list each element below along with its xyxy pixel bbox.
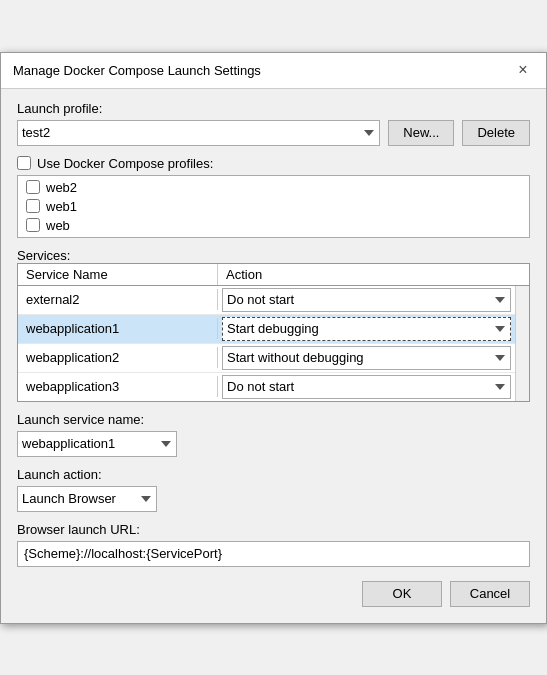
services-table: Service Name Action external2 Do not sta… bbox=[17, 263, 530, 402]
table-row: webapplication3 Do not start Start debug… bbox=[18, 373, 515, 401]
services-col-name: Service Name bbox=[18, 264, 218, 285]
browser-url-label: Browser launch URL: bbox=[17, 522, 530, 537]
ok-button[interactable]: OK bbox=[362, 581, 442, 607]
services-header: Service Name Action bbox=[18, 264, 529, 286]
use-docker-profiles-checkbox[interactable] bbox=[17, 156, 31, 170]
profile-web-label: web bbox=[46, 218, 70, 233]
service-name-webapplication3: webapplication3 bbox=[18, 376, 218, 397]
browser-url-section: Browser launch URL: bbox=[17, 522, 530, 567]
delete-button[interactable]: Delete bbox=[462, 120, 530, 146]
service-action-webapplication3: Do not start Start debugging Start witho… bbox=[218, 373, 515, 401]
table-row: external2 Do not start Start debugging S… bbox=[18, 286, 515, 315]
profile-item-web: web bbox=[26, 218, 521, 233]
service-action-select-webapplication1[interactable]: Do not start Start debugging Start witho… bbox=[222, 317, 511, 341]
new-button[interactable]: New... bbox=[388, 120, 454, 146]
profile-web1-checkbox[interactable] bbox=[26, 199, 40, 213]
launch-service-label: Launch service name: bbox=[17, 412, 530, 427]
launch-action-label: Launch action: bbox=[17, 467, 530, 482]
use-docker-profiles-row: Use Docker Compose profiles: bbox=[17, 156, 530, 171]
service-action-webapplication2: Do not start Start debugging Start witho… bbox=[218, 344, 515, 372]
profile-web-checkbox[interactable] bbox=[26, 218, 40, 232]
manage-docker-compose-dialog: Manage Docker Compose Launch Settings × … bbox=[0, 52, 547, 624]
service-action-select-webapplication2[interactable]: Do not start Start debugging Start witho… bbox=[222, 346, 511, 370]
docker-compose-profiles-section: Use Docker Compose profiles: web2 web1 w… bbox=[17, 156, 530, 238]
launch-action-select[interactable]: Launch Browser bbox=[17, 486, 157, 512]
services-body: external2 Do not start Start debugging S… bbox=[18, 286, 515, 401]
services-section: Services: Service Name Action external2 … bbox=[17, 248, 530, 402]
service-action-select-external2[interactable]: Do not start Start debugging Start witho… bbox=[222, 288, 511, 312]
services-col-action: Action bbox=[218, 264, 529, 285]
services-label: Services: bbox=[17, 248, 70, 263]
launch-profile-select[interactable]: test2 bbox=[17, 120, 380, 146]
services-body-wrapper: external2 Do not start Start debugging S… bbox=[18, 286, 529, 401]
launch-profile-label: Launch profile: bbox=[17, 101, 530, 116]
close-button[interactable]: × bbox=[512, 59, 534, 81]
service-action-select-webapplication3[interactable]: Do not start Start debugging Start witho… bbox=[222, 375, 511, 399]
profile-web1-label: web1 bbox=[46, 199, 77, 214]
table-row: webapplication1 Do not start Start debug… bbox=[18, 315, 515, 344]
title-bar: Manage Docker Compose Launch Settings × bbox=[1, 53, 546, 89]
launch-profile-row: test2 New... Delete bbox=[17, 120, 530, 146]
launch-service-select[interactable]: webapplication1 bbox=[17, 431, 177, 457]
table-row: webapplication2 Do not start Start debug… bbox=[18, 344, 515, 373]
cancel-button[interactable]: Cancel bbox=[450, 581, 530, 607]
use-docker-profiles-label: Use Docker Compose profiles: bbox=[37, 156, 213, 171]
scrollbar[interactable] bbox=[515, 286, 529, 401]
profiles-box: web2 web1 web bbox=[17, 175, 530, 238]
profile-item-web1: web1 bbox=[26, 199, 521, 214]
browser-url-input[interactable] bbox=[17, 541, 530, 567]
service-name-external2: external2 bbox=[18, 289, 218, 310]
dialog-body: Launch profile: test2 New... Delete Use … bbox=[1, 89, 546, 623]
service-name-webapplication2: webapplication2 bbox=[18, 347, 218, 368]
dialog-title: Manage Docker Compose Launch Settings bbox=[13, 63, 261, 78]
footer-row: OK Cancel bbox=[17, 581, 530, 607]
service-name-webapplication1: webapplication1 bbox=[18, 318, 218, 339]
launch-action-section: Launch action: Launch Browser bbox=[17, 467, 530, 512]
service-action-external2: Do not start Start debugging Start witho… bbox=[218, 286, 515, 314]
profile-web2-label: web2 bbox=[46, 180, 77, 195]
service-action-webapplication1: Do not start Start debugging Start witho… bbox=[218, 315, 515, 343]
launch-service-section: Launch service name: webapplication1 bbox=[17, 412, 530, 457]
profile-web2-checkbox[interactable] bbox=[26, 180, 40, 194]
profile-item-web2: web2 bbox=[26, 180, 521, 195]
launch-profile-section: Launch profile: test2 New... Delete bbox=[17, 101, 530, 146]
